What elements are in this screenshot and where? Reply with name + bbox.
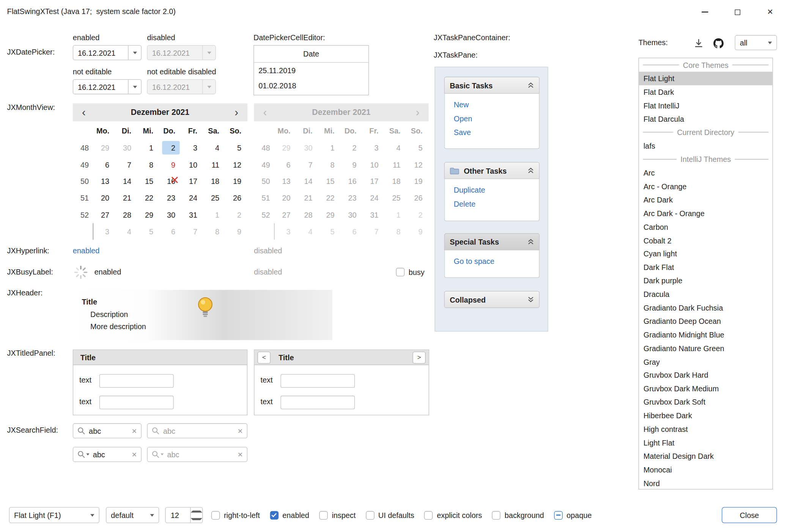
calendar-day[interactable]: 21	[115, 190, 137, 206]
calendar-day[interactable]: 9	[225, 223, 247, 240]
calendar-day[interactable]: 27	[93, 206, 115, 223]
calendar-day[interactable]: 10	[181, 156, 203, 173]
calendar-day[interactable]: 7	[115, 156, 137, 173]
calendar-day[interactable]: 8	[137, 156, 159, 173]
checkbox-ui-defaults[interactable]: UI defaults	[366, 511, 414, 519]
theme-list-item[interactable]: Gruvbox Dark Medium	[639, 382, 773, 395]
taskpane-link[interactable]: Open	[454, 111, 530, 125]
checkbox-inspect[interactable]: inspect	[319, 511, 356, 519]
github-button[interactable]	[711, 36, 725, 50]
theme-list-item[interactable]: Gradianto Deep Ocean	[639, 314, 773, 328]
minimize-button[interactable]	[689, 0, 721, 24]
calendar-day[interactable]: 22	[137, 190, 159, 206]
theme-list-item[interactable]: Flat Light	[639, 72, 773, 85]
calendar-day[interactable]: 6	[93, 156, 115, 173]
themes-filter-combo[interactable]: all	[735, 35, 777, 50]
combo-dropdown-button[interactable]	[146, 508, 159, 523]
theme-list-item[interactable]: High contrast	[639, 422, 773, 436]
font-size-value[interactable]: 12	[165, 511, 190, 519]
calendar-day[interactable]: 29	[93, 140, 115, 156]
theme-list-item[interactable]: Material Design Dark	[639, 449, 773, 463]
calendar-day[interactable]: 5	[225, 140, 247, 156]
taskpane-basic-title[interactable]: Basic Tasks	[444, 77, 540, 94]
laf-combo[interactable]: Flat Light (F1)	[9, 507, 99, 523]
calendar-day[interactable]: 31	[181, 206, 203, 223]
close-button[interactable]: Close	[722, 507, 777, 523]
theme-list-item[interactable]: Cyan light	[639, 247, 773, 261]
next-button[interactable]: >	[412, 352, 425, 364]
calendar-day[interactable]: 23	[159, 190, 181, 206]
theme-list-item[interactable]: Nord	[639, 476, 773, 490]
calendar-day[interactable]: 28	[115, 206, 137, 223]
calendar-day[interactable]: 24	[181, 190, 203, 206]
theme-list-item[interactable]: Dark purple	[639, 274, 773, 288]
theme-list-item[interactable]: Cobalt 2	[639, 234, 773, 247]
calendar-day[interactable]: 7	[181, 223, 203, 240]
theme-list-item[interactable]: Gray	[639, 355, 773, 369]
taskpane-special-title[interactable]: Special Tasks	[444, 233, 540, 250]
theme-list-item[interactable]: Arc	[639, 166, 773, 180]
calendar-day[interactable]: 5	[137, 223, 159, 240]
calendar-day[interactable]: 4	[203, 140, 225, 156]
checkbox-right-to-left[interactable]: right-to-left	[211, 511, 260, 519]
calendar-day[interactable]: 1	[203, 206, 225, 223]
calendar-day[interactable]: 6	[159, 223, 181, 240]
theme-list-item[interactable]: Carbon	[639, 220, 773, 234]
checkbox-box[interactable]	[211, 511, 220, 519]
clear-icon[interactable]: ✕	[132, 450, 137, 458]
datepicker-not-editable[interactable]: 16.12.2021	[73, 79, 142, 94]
theme-list-item[interactable]: Gruvbox Dark Hard	[639, 369, 773, 382]
combo-dropdown-button[interactable]	[86, 508, 99, 523]
hyperlink-enabled[interactable]: enabled	[73, 246, 100, 254]
font-size-spinner[interactable]: 12	[165, 507, 203, 523]
theme-list-item[interactable]: Dark Flat	[639, 261, 773, 274]
calendar-day[interactable]: 17	[181, 173, 203, 190]
datepicker-enabled[interactable]: 16.12.2021	[73, 45, 142, 60]
taskpane-other-title[interactable]: Other Tasks	[444, 162, 540, 179]
checkbox-background[interactable]: background	[492, 511, 544, 519]
text-field-1[interactable]	[99, 374, 174, 388]
calendar-day[interactable]: 11	[203, 156, 225, 173]
calendar-day[interactable]: 26	[225, 190, 247, 206]
clear-icon[interactable]: ✕	[132, 427, 137, 435]
checkbox-box[interactable]	[554, 511, 562, 519]
theme-list-item[interactable]: Flat IntelliJ	[639, 99, 773, 112]
collapse-icon[interactable]	[527, 239, 534, 245]
search-input-value[interactable]: abc	[89, 427, 128, 435]
checkbox-enabled[interactable]: enabled	[270, 511, 309, 519]
spinner-up-button[interactable]	[191, 508, 202, 515]
calendar-day[interactable]: 30	[115, 140, 137, 156]
checkbox-box[interactable]	[396, 268, 405, 276]
calendar-day[interactable]: 2	[159, 140, 181, 156]
datepicker-dropdown-button[interactable]	[128, 80, 141, 94]
calendar-day[interactable]: 30	[159, 206, 181, 223]
search-input-value[interactable]: abc	[93, 450, 128, 458]
theme-list-item[interactable]: lafs	[639, 139, 773, 153]
calendar-day[interactable]: 14	[115, 173, 137, 190]
calendar-day[interactable]: 25	[203, 190, 225, 206]
download-themes-button[interactable]	[692, 36, 706, 50]
datepicker-dropdown-button[interactable]	[128, 46, 141, 60]
theme-list-item[interactable]: Gradianto Midnight Blue	[639, 328, 773, 342]
date-table-row[interactable]: 25.11.2019	[254, 63, 368, 78]
calendar-day[interactable]: 13	[93, 173, 115, 190]
text-field-1[interactable]	[280, 374, 355, 388]
theme-list-item[interactable]: Hiberbee Dark	[639, 409, 773, 422]
theme-list-item[interactable]: Flat Darcula	[639, 112, 773, 126]
checkbox-explicit-colors[interactable]: explicit colors	[424, 511, 482, 519]
theme-list-item[interactable]: Monocai	[639, 463, 773, 476]
prev-month-button[interactable]: ‹	[73, 104, 95, 121]
calendar-day[interactable]: 9	[159, 156, 181, 173]
calendar-day[interactable]: 15	[137, 173, 159, 190]
combo-dropdown-button[interactable]	[763, 36, 776, 50]
taskpane-link[interactable]: Save	[454, 126, 530, 139]
checkbox-opaque[interactable]: opaque	[554, 511, 592, 519]
calendar-day[interactable]: 2	[225, 206, 247, 223]
theme-list-item[interactable]: Gradianto Nature Green	[639, 341, 773, 355]
theme-list-item[interactable]: Light Flat	[639, 436, 773, 449]
date-table-row[interactable]: 01.02.2018	[254, 78, 368, 93]
checkbox-box[interactable]	[366, 511, 374, 519]
prev-button[interactable]: <	[258, 352, 271, 364]
theme-list-item[interactable]: Dracula	[639, 287, 773, 301]
theme-list-item[interactable]: Arc Dark - Orange	[639, 207, 773, 220]
